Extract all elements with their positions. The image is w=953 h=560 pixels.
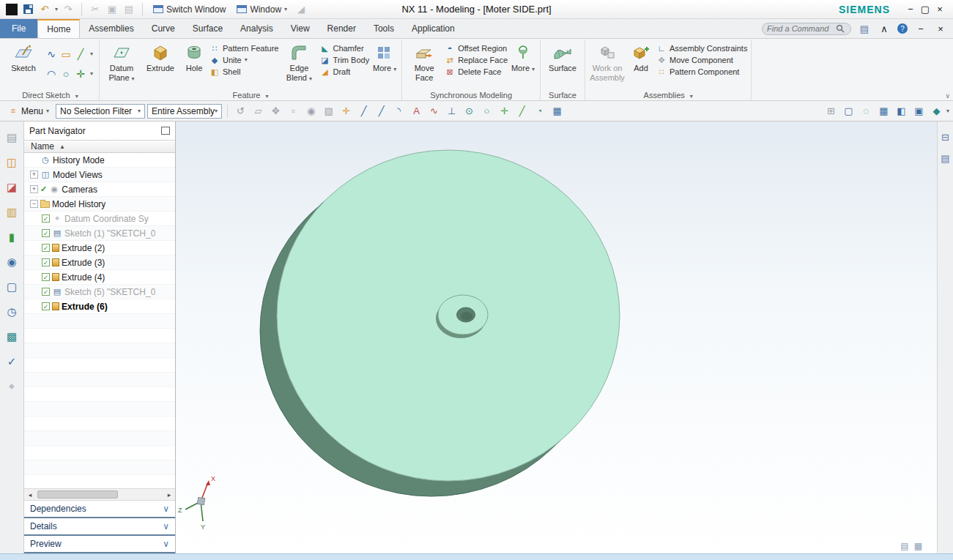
line-icon[interactable]: ╱ [78,48,84,60]
tab-curve[interactable]: Curve [143,19,184,38]
system-materials-icon[interactable]: ▩ [5,329,18,343]
curve-snap-icon[interactable]: ◝ [391,103,407,119]
offset-region-button[interactable]: ◓ Offset Region [445,44,508,53]
tree-row-model-history[interactable]: − Model History [24,197,175,212]
edge-blend-button[interactable]: Edge Blend ▾ [281,41,317,83]
extrude-button[interactable]: Extrude [142,41,179,74]
refresh-view-icon[interactable]: ◌ [859,103,874,119]
view-cube-icon[interactable]: ▣ [911,103,927,119]
sketch-button[interactable]: Sketch [5,41,42,74]
tab-surface[interactable]: Surface [184,19,231,38]
measure-dock-icon[interactable]: ⊟ [941,132,949,143]
add-component-button[interactable]: Add [628,41,654,74]
expand-icon[interactable]: + [30,185,38,193]
process-studio-icon[interactable]: ✓ [5,354,18,367]
draft-button[interactable]: ◢ Draft [319,67,369,76]
tree-row-cameras[interactable]: + ✓ ◉ Cameras [24,182,175,197]
arc-icon[interactable]: ◠ [47,68,56,80]
assembly-navigator-icon[interactable]: ◫ [5,155,18,168]
endpoint-snap-icon[interactable]: ╱ [356,103,371,119]
tree-row-model-views[interactable]: + ◫ Model Views [24,168,175,182]
shell-button[interactable]: ◧ Shell [209,67,278,76]
checkbox[interactable]: ✓ [42,273,50,281]
rectangle-icon[interactable]: ▭ [61,48,70,60]
dependencies-panel-header[interactable]: Dependencies ∨ [24,501,175,518]
circle-snap-icon[interactable]: ○ [479,103,494,119]
scrollbar-track[interactable] [36,489,163,500]
display-mode-icon[interactable]: ▢ [841,103,856,119]
pattern-component-button[interactable]: ∷ Pattern Component [656,67,747,76]
help-icon[interactable]: ? [897,23,908,34]
tree-row-history-mode[interactable]: ◷ History Mode [24,153,175,168]
handles-icon[interactable]: ✥ [268,103,283,119]
tab-application[interactable]: Application [403,19,464,38]
spline-snap-icon[interactable]: ∿ [426,103,442,119]
scroll-right-icon[interactable]: ▸ [163,491,175,499]
sphere-select-icon[interactable]: ◉ [303,103,319,119]
restore-button[interactable]: ▢ [918,4,932,15]
save-icon[interactable] [21,3,34,16]
menu-button[interactable]: ≡ Menu ▾ [4,105,53,118]
history-palette-icon[interactable]: ◷ [5,305,18,318]
tree-row-extrude-2[interactable]: ✓ Extrude (2) [24,241,175,255]
scroll-left-icon[interactable]: ◂ [24,491,36,499]
move-component-button[interactable]: ✥ Move Component [656,56,747,64]
studio-spline-icon[interactable]: ∿ [47,48,56,60]
snap-plane-icon[interactable]: ▱ [251,103,266,119]
tree-row-extrude-4[interactable]: ✓ Extrude (4) [24,270,175,285]
collapse-icon[interactable]: − [30,200,38,208]
midpoint-snap-icon[interactable]: ╱ [374,103,389,119]
undock-panel-icon[interactable] [161,127,170,135]
clip-section-icon[interactable]: ▤ [900,541,908,551]
details-panel-header[interactable]: Details ∨ [24,518,175,536]
collapse-ribbon-icon[interactable]: ∧ [878,22,891,35]
customize-icon[interactable]: ◢ [294,3,308,16]
graphics-window[interactable]: X Y Z ▤ ▦ [176,122,937,553]
tangent-snap-icon[interactable]: ╱ [514,103,530,119]
undo-caret-icon[interactable]: ▾ [55,7,58,12]
intersection-snap-icon[interactable]: ✛ [497,103,512,119]
notes-dock-icon[interactable]: ▤ [941,153,949,164]
tab-analysis[interactable]: Analysis [231,19,282,38]
selection-filter-select[interactable]: No Selection Filter ▾ [56,104,145,119]
feature-more-button[interactable]: More ▾ [371,41,398,74]
roller-tool-icon[interactable]: ▤ [5,130,18,143]
toolbar-overflow-caret[interactable]: ▾ [946,108,949,114]
work-section-icon[interactable]: ▦ [914,541,922,551]
sketch-tools-caret2[interactable]: ▾ [90,71,93,77]
shading-icon[interactable]: ◧ [894,103,909,119]
assembly-constraints-button[interactable]: ∟ Assembly Constraints [656,44,747,53]
tree-row-extrude-3[interactable]: ✓ Extrude (3) [24,255,175,270]
horizontal-scrollbar[interactable]: ◂ ▸ [24,488,175,500]
hd3d-tools-icon[interactable]: ◉ [5,255,18,268]
synchronous-more-button[interactable]: More ▾ [510,41,536,74]
trim-body-button[interactable]: ◪ Trim Body [319,56,369,64]
unite-button[interactable]: ◆ Unite ▾ [209,56,278,64]
find-command-box[interactable] [762,23,851,35]
tree-row-extrude-6[interactable]: ✓ Extrude (6) [24,299,175,314]
tab-view[interactable]: View [282,19,319,38]
model-canvas[interactable]: X Y Z [176,122,937,553]
redo-icon[interactable]: ↷ [62,3,75,16]
text-snap-icon[interactable]: A [409,103,424,119]
window-tile-icon[interactable]: ⊞ [823,103,839,119]
window-menu-button[interactable]: Window ▾ [233,3,291,16]
tab-file[interactable]: File [0,19,37,38]
grid-snap-icon[interactable]: ▦ [549,103,565,119]
group-caret-icon[interactable]: ▾ [690,93,693,100]
touch-mode-icon[interactable]: ⌖ [5,379,18,392]
checkbox[interactable]: ✓ [42,258,50,266]
pattern-feature-button[interactable]: ∷ Pattern Feature [209,44,278,53]
tab-render[interactable]: Render [319,19,365,38]
minimize-button[interactable]: − [903,4,918,15]
effects-icon[interactable]: ◆ [929,103,944,119]
perpendicular-snap-icon[interactable]: ⊥ [444,103,459,119]
checkbox[interactable]: ✓ [42,229,50,237]
doc-minimize-icon[interactable]: − [914,22,927,35]
selection-scope-select[interactable]: Entire Assembly ▾ [147,104,222,119]
part-navigator-icon[interactable]: ▥ [5,205,18,218]
constraint-navigator-icon[interactable]: ◪ [5,180,18,193]
delete-face-button[interactable]: ⊠ Delete Face [445,67,508,76]
find-command-input[interactable] [767,24,836,33]
sheet-view-icon[interactable]: ▦ [876,103,891,119]
